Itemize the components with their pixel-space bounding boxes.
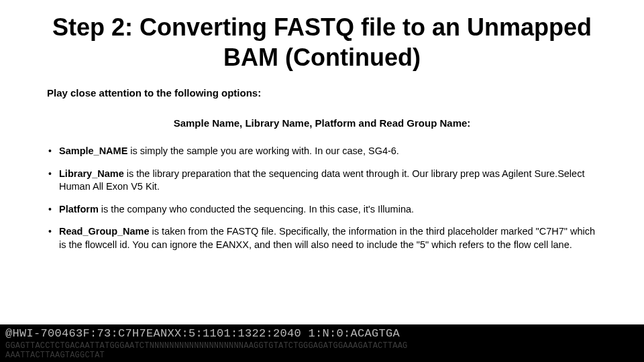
slide-title: Step 2: Converting FASTQ file to an Unma… [40,12,604,72]
term-library-name: Library_Name [59,168,124,179]
intro-text: Play close attention to the following op… [47,87,597,99]
bullet-text: is the company who conducted the sequenc… [99,204,414,215]
fastq-sequence-line: GGAGTTACCTCTGACAATTATGGGAATCTNNNNNNNNNNN… [0,340,644,351]
bullet-text: is simply the sample you are working wit… [127,145,399,156]
term-sample-name: Sample_NAME [59,145,127,156]
list-item: Library_Name is the library preparation … [47,168,597,194]
subheading: Sample Name, Library Name, Platform and … [40,117,604,129]
bullet-list: Sample_NAME is simply the sample you are… [40,145,604,251]
list-item: Sample_NAME is simply the sample you are… [47,145,597,158]
slide: Step 2: Converting FASTQ file to an Unma… [0,0,644,362]
bullet-text: is the library preparation that the sequ… [59,168,584,192]
term-platform: Platform [59,204,99,215]
list-item: Read_Group_Name is taken from the FASTQ … [47,225,597,251]
fastq-sequence-line-2: AAATTACTTAAGTAGGCTAT [0,351,644,360]
fastq-preview: @HWI-700463F:73:C7H7EANXX:5:1101:1322:20… [0,324,644,362]
fastq-header-line: @HWI-700463F:73:C7H7EANXX:5:1101:1322:20… [0,324,644,340]
list-item: Platform is the company who conducted th… [47,203,597,217]
term-read-group-name: Read_Group_Name [59,226,150,237]
